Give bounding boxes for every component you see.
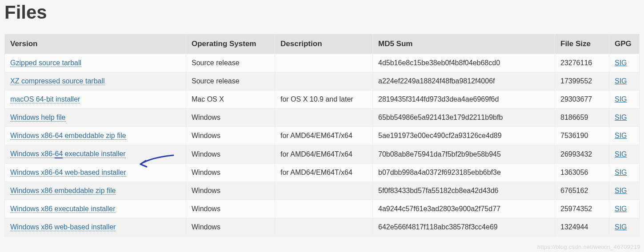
sig-link[interactable]: SIG [615, 187, 627, 194]
watermark-text: https://blog.csdn.net/weixin_46709219 [537, 244, 640, 250]
version-link[interactable]: macOS 64-bit installer [10, 95, 80, 103]
col-header-md5: MD5 Sum [373, 34, 555, 54]
version-link[interactable]: Windows x86-64 web-based installer [10, 169, 126, 177]
description-cell [275, 109, 373, 127]
description-cell [275, 72, 373, 91]
sig-link[interactable]: SIG [615, 77, 627, 85]
table-row: Windows x86 embeddable zip fileWindows5f… [5, 182, 640, 200]
sig-link[interactable]: SIG [615, 59, 627, 67]
col-header-size: File Size [555, 34, 609, 54]
sig-link[interactable]: SIG [615, 205, 627, 213]
sig-link[interactable]: SIG [615, 169, 627, 176]
os-cell: Windows [186, 218, 275, 236]
page-title: Files [4, 0, 640, 34]
version-link[interactable]: Windows x86 web-based installer [10, 223, 116, 231]
os-cell: Source release [186, 72, 275, 91]
os-cell: Windows [186, 182, 275, 200]
version-link[interactable]: Windows x86 executable installer [10, 205, 116, 213]
os-cell: Source release [186, 54, 275, 72]
version-link[interactable]: Gzipped source tarball [10, 59, 81, 67]
table-row: Windows x86-64 executable installerWindo… [5, 145, 640, 164]
filesize-cell: 23276116 [555, 54, 609, 72]
table-row: Gzipped source tarballSource release4d5b… [5, 54, 640, 72]
filesize-cell: 29303677 [555, 91, 609, 109]
os-cell: Windows [186, 145, 275, 164]
table-row: XZ compressed source tarballSource relea… [5, 72, 640, 91]
description-cell: for OS X 10.9 and later [275, 91, 373, 109]
md5-cell: 642e566f4817f118abc38578f3cc4e69 [373, 218, 555, 236]
col-header-os: Operating System [186, 34, 275, 54]
description-cell [275, 218, 373, 236]
md5-cell: 4d5b16e8c15be38eb0f4b8f04eb68cd0 [373, 54, 555, 72]
filesize-cell: 26993432 [555, 145, 609, 164]
description-cell: for AMD64/EM64T/x64 [275, 127, 373, 145]
version-link[interactable]: Windows x86 embeddable zip file [10, 187, 116, 195]
os-cell: Windows [186, 200, 275, 218]
filesize-cell: 7536190 [555, 127, 609, 145]
description-cell: for AMD64/EM64T/x64 [275, 145, 373, 164]
sig-link[interactable]: SIG [615, 114, 627, 121]
table-row: macOS 64-bit installerMac OS Xfor OS X 1… [5, 91, 640, 109]
table-row: Windows help fileWindows65bb54986e5a9214… [5, 109, 640, 127]
md5-cell: 4a9244c57f61e3ad2803e900a2f75d77 [373, 200, 555, 218]
md5-cell: a224ef2249a18824f48fba9812f4006f [373, 72, 555, 91]
filesize-cell: 25974352 [555, 200, 609, 218]
version-link[interactable]: XZ compressed source tarball [10, 77, 105, 85]
table-row: Windows x86-64 web-based installerWindow… [5, 164, 640, 182]
sig-link[interactable]: SIG [615, 95, 627, 103]
md5-cell: 5f0f83433bd57fa55182cb8ea42d43d6 [373, 182, 555, 200]
description-cell: for AMD64/EM64T/x64 [275, 164, 373, 182]
table-header-row: Version Operating System Description MD5… [5, 34, 640, 54]
sig-link[interactable]: SIG [615, 223, 627, 231]
filesize-cell: 6765162 [555, 182, 609, 200]
col-header-version: Version [5, 34, 186, 54]
md5-cell: 2819435f3144fd973d3dea4ae6969f6d [373, 91, 555, 109]
filesize-cell: 8186659 [555, 109, 609, 127]
sig-link[interactable]: SIG [615, 150, 627, 158]
md5-cell: 70b08ab8e75941da7f5bf2b9be58b945 [373, 145, 555, 164]
version-link[interactable]: Windows x86-64 embeddable zip file [10, 132, 126, 140]
filesize-cell: 17399552 [555, 72, 609, 91]
description-cell [275, 200, 373, 218]
os-cell: Windows [186, 109, 275, 127]
os-cell: Windows [186, 127, 275, 145]
md5-cell: 65bb54986e5a921413e179d2211b9bfb [373, 109, 555, 127]
description-cell [275, 182, 373, 200]
md5-cell: b07dbb998a4a0372f6923185ebb6bf3e [373, 164, 555, 182]
version-link[interactable]: Windows help file [10, 114, 66, 122]
filesize-cell: 1324944 [555, 218, 609, 236]
table-row: Windows x86-64 embeddable zip fileWindow… [5, 127, 640, 145]
table-row: Windows x86 executable installerWindows4… [5, 200, 640, 218]
col-header-desc: Description [275, 34, 373, 54]
os-cell: Windows [186, 164, 275, 182]
md5-cell: 5ae191973e00ec490cf2a93126ce4d89 [373, 127, 555, 145]
os-cell: Mac OS X [186, 91, 275, 109]
table-row: Windows x86 web-based installerWindows64… [5, 218, 640, 236]
description-cell [275, 54, 373, 72]
sig-link[interactable]: SIG [615, 132, 627, 139]
col-header-gpg: GPG [609, 34, 640, 54]
version-link[interactable]: Windows x86-64 executable installer [10, 150, 126, 158]
filesize-cell: 1363056 [555, 164, 609, 182]
files-table: Version Operating System Description MD5… [4, 34, 640, 236]
